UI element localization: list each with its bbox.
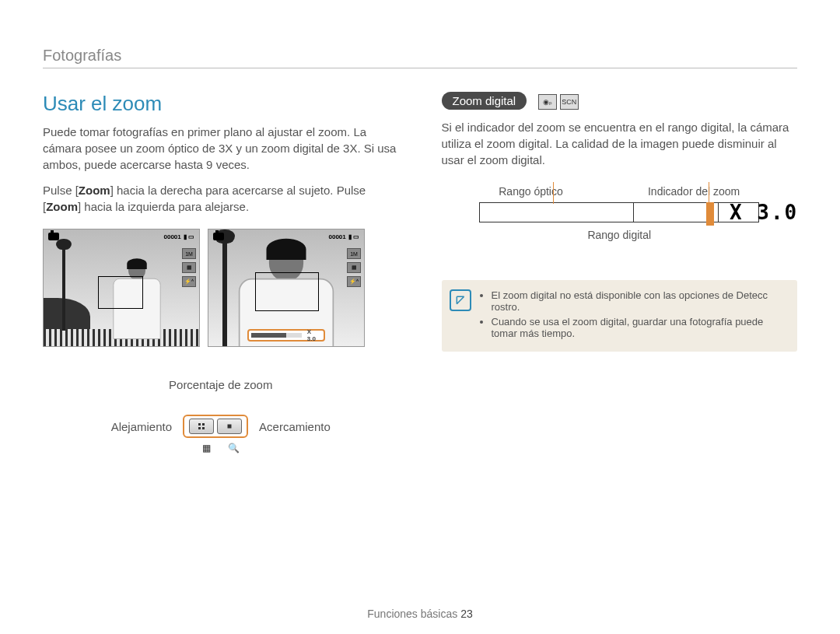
mode-icons: ◉ₚ SCN [538,94,579,110]
thumbnails-icon: ▦ [202,443,211,454]
zoom-in-label: Acercamiento [259,420,331,433]
zoom-indicator-marker [706,202,714,226]
digital-zoom-paragraph: Si el indicador del zoom se encuentra en… [442,119,798,168]
flash-icon: ⚡ᴬ [182,276,196,287]
page-footer: Funciones básicas 23 [0,608,840,620]
zoom-percentage-callout: Porcentaje de zoom [43,378,399,391]
zoom-out-label: Alejamiento [111,420,172,433]
left-column: Usar el zoom Puede tomar fotografías en … [43,92,399,454]
zoom-bar-label: X 3.0 [304,328,324,342]
side-status-icons: 1M ▦ ⚡ᴬ [182,248,196,287]
zoom-range-diagram: Rango óptico Indicador del zoom X 3.0 Ra… [479,185,759,241]
zoom-out-button[interactable] [189,419,214,434]
preview-screen-wide: 00001 ▮ ▭ 1M ▦ ⚡ᴬ [43,229,200,347]
status-icon: ▦ [182,262,196,273]
note-icon [450,289,471,311]
zoom-in-button[interactable] [217,419,242,434]
intro-paragraph: Puede tomar fotografías en primer plano … [43,124,399,173]
frame-counter: 00001 [329,233,346,240]
preview-screen-zoomed: 00001 ▮ ▭ 1M ▦ ⚡ᴬ X 3.0 [208,229,365,347]
focus-frame [255,272,319,311]
instruction-paragraph: Pulse [Zoom] hacia la derecha para acerc… [43,182,399,215]
zoom-sub-icons: ▦ 🔍 [43,443,399,454]
preview-screens: 00001 ▮ ▭ 1M ▦ ⚡ᴬ 00001 ▮ ▭ [43,229,399,347]
focus-frame [98,276,143,309]
zoom-keyword: Zoom [46,200,78,213]
text: Pulse [ [43,184,79,197]
note-box: El zoom digital no está disponible con l… [442,280,798,352]
camera-icon [48,233,59,240]
resolution-icon: 1M [182,248,196,259]
note-item: Cuando se usa el zoom digital, guardar u… [492,316,787,339]
right-column: Zoom digital ◉ₚ SCN Si el indicador del … [442,92,798,454]
svg-rect-2 [198,427,201,429]
digital-zoom-badge: Zoom digital [442,92,527,110]
digital-range-label: Rango digital [479,229,759,241]
text: ] hacia la izquierda para alejarse. [78,200,249,213]
svg-rect-3 [202,427,205,429]
svg-rect-0 [198,423,201,426]
section-header: Fotografías [43,47,797,68]
note-item: El zoom digital no está disponible con l… [492,289,787,313]
zoom-keyword: Zoom [79,184,110,197]
footer-label: Funciones básicas [367,608,457,620]
zoom-rocker [183,415,248,438]
frame-counter: 00001 [164,233,181,240]
grid-icon [197,422,206,431]
zoom-value: X 3.0 [730,201,798,224]
zoom-bar: X 3.0 [247,329,325,342]
page-title: Usar el zoom [43,92,399,116]
zoom-indicator-label: Indicador del zoom [648,185,740,198]
magnifier-icon: 🔍 [228,443,240,454]
zoom-control-row: Alejamiento Acercamiento [43,415,399,438]
single-icon [225,422,234,431]
svg-rect-1 [202,423,205,426]
mode-scene-icon: SCN [560,94,579,110]
camera-icon [213,233,224,240]
svg-rect-4 [228,425,232,429]
page-number: 23 [460,608,473,620]
mode-photo-icon: ◉ₚ [538,94,557,110]
